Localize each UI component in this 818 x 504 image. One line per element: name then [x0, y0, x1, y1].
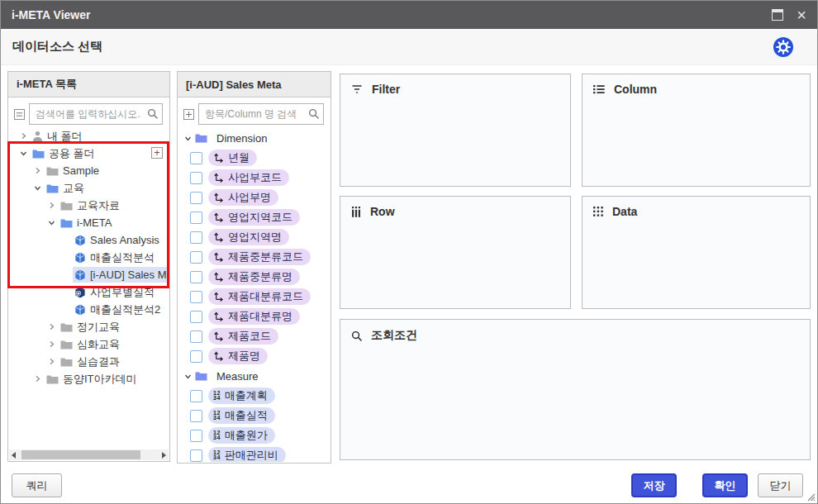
tree-item[interactable]: 매출실적분석2 [8, 301, 169, 318]
item-checkbox[interactable] [190, 430, 202, 442]
close-dialog-button[interactable]: 닫기 [758, 473, 803, 497]
tree-item-label: 매출실적분석2 [90, 302, 160, 317]
row-zone[interactable]: Row [340, 196, 571, 309]
tree-item[interactable]: 정기교육 [8, 318, 169, 335]
save-button[interactable]: 저장 [631, 473, 677, 497]
dimension-field[interactable]: 사업부명 [208, 189, 278, 206]
item-checkbox[interactable] [190, 311, 202, 323]
measure-field[interactable]: 1234매출계획 [208, 388, 275, 404]
tree-item[interactable]: i-META [8, 214, 169, 231]
tree-item[interactable]: 공용 폴더+ [8, 145, 169, 162]
horizontal-scrollbar[interactable] [9, 449, 169, 460]
item-checkbox[interactable] [190, 330, 202, 343]
chevron-down-icon[interactable] [48, 219, 59, 226]
item-checkbox[interactable] [190, 251, 202, 264]
tree-item[interactable]: 교육자료 [8, 197, 169, 214]
ok-button[interactable]: 확인 [702, 473, 748, 497]
item-checkbox[interactable] [190, 271, 202, 283]
measure-field[interactable]: 1234판매관리비 [208, 447, 286, 462]
chevron-down-icon[interactable] [184, 135, 195, 142]
query-button[interactable]: 쿼리 [12, 473, 62, 497]
page-title: 데이터소스 선택 [12, 39, 102, 55]
search-row [178, 97, 331, 129]
item-checkbox[interactable] [190, 410, 202, 422]
item-checkbox[interactable] [190, 449, 202, 462]
field-label: 영업지역코드 [228, 210, 292, 225]
chevron-right-icon[interactable] [34, 375, 45, 383]
dimension-field[interactable]: 제품대분류명 [208, 308, 300, 325]
tree-item[interactable]: 동양IT아카데미 [8, 370, 169, 388]
dimension-field[interactable]: 사업부코드 [208, 169, 289, 186]
scrollbar-track[interactable] [20, 449, 158, 460]
item-checkbox[interactable] [190, 291, 202, 303]
dimension-field[interactable]: 영업지역명 [208, 229, 289, 245]
maximize-icon [772, 9, 783, 21]
expand-all-icon[interactable] [183, 109, 194, 120]
chevron-down-icon[interactable] [34, 184, 45, 192]
field-label: 영업지역명 [228, 230, 282, 245]
field-row: 사업부명 [178, 188, 331, 207]
field-group[interactable]: Dimension [178, 128, 331, 148]
resize-grip[interactable] [806, 492, 816, 502]
tree-item[interactable]: 심화교육 [8, 335, 169, 353]
tree-item-label: 심화교육 [77, 337, 120, 352]
tree-item[interactable]: 실습결과 [8, 353, 169, 370]
maximize-button[interactable] [772, 9, 783, 21]
search-input[interactable] [29, 103, 163, 125]
measure-field[interactable]: 1234매출실적 [208, 407, 275, 424]
scroll-right-arrow[interactable] [158, 449, 169, 460]
tree-item[interactable]: 교육 [8, 179, 169, 197]
dimension-field[interactable]: 제품코드 [208, 328, 278, 345]
column-zone[interactable]: Column [582, 74, 811, 187]
chevron-down-icon[interactable] [20, 150, 31, 157]
chevron-right-icon[interactable] [48, 340, 59, 348]
search-icon[interactable] [308, 108, 319, 119]
chevron-right-icon[interactable] [48, 202, 59, 209]
chevron-right-icon[interactable] [48, 323, 59, 330]
tree-item[interactable]: Sample [8, 162, 169, 179]
item-checkbox[interactable] [190, 350, 202, 363]
chevron-right-icon[interactable] [20, 132, 31, 140]
field-label: 제품중분류코드 [228, 250, 303, 264]
item-checkbox[interactable] [190, 172, 202, 184]
field-row: 제품대분류코드 [178, 287, 331, 307]
scroll-left-arrow[interactable] [9, 449, 20, 460]
chevron-right-icon[interactable] [48, 358, 59, 365]
tree-item[interactable]: 내 폴더 [8, 127, 169, 145]
search-icon[interactable] [147, 108, 158, 119]
field-label: 년월 [228, 150, 250, 165]
condition-zone[interactable]: 조회조건 [340, 319, 811, 460]
column-search-input[interactable] [198, 103, 324, 125]
item-checkbox[interactable] [190, 390, 202, 402]
scrollbar-thumb[interactable] [21, 450, 140, 459]
add-folder-button[interactable]: + [151, 147, 163, 159]
field-label: 사업부코드 [228, 170, 282, 185]
item-checkbox[interactable] [190, 152, 202, 164]
dimension-icon [213, 152, 224, 163]
chevron-down-icon[interactable] [184, 373, 195, 380]
item-checkbox[interactable] [190, 192, 202, 204]
zone-label: Filter [372, 83, 400, 96]
item-checkbox[interactable] [190, 231, 202, 244]
dimension-field[interactable]: 제품대분류코드 [208, 288, 311, 305]
dimension-field[interactable]: 제품중분류코드 [208, 249, 311, 265]
tree-item[interactable]: 사업부별실적 [8, 283, 169, 301]
field-group[interactable]: Measure [178, 366, 331, 386]
item-checkbox[interactable] [190, 212, 202, 224]
collapse-all-icon[interactable] [14, 109, 25, 120]
imeta-viewer-window: i-META Viewer × 데이터소스 선택 i-META 목록 내 폴더공… [0, 0, 818, 504]
filter-zone[interactable]: Filter [340, 74, 571, 187]
chevron-right-icon[interactable] [34, 167, 45, 174]
measure-field[interactable]: 1234매출원가 [208, 427, 275, 444]
settings-button[interactable] [773, 36, 794, 58]
folder-icon [195, 133, 207, 143]
dimension-field[interactable]: 년월 [208, 150, 257, 166]
dimension-field[interactable]: 제품중분류명 [208, 269, 300, 285]
tree-item[interactable]: Sales Analysis [8, 231, 169, 249]
dimension-field[interactable]: 영업지역코드 [208, 209, 300, 226]
tree-item[interactable]: 매출실적분석 [8, 249, 169, 266]
dimension-field[interactable]: 제품명 [208, 348, 268, 364]
tree-item[interactable]: [i-AUD] Sales Meta [8, 266, 169, 283]
data-zone[interactable]: Data [582, 196, 811, 309]
close-button[interactable]: × [797, 7, 806, 23]
